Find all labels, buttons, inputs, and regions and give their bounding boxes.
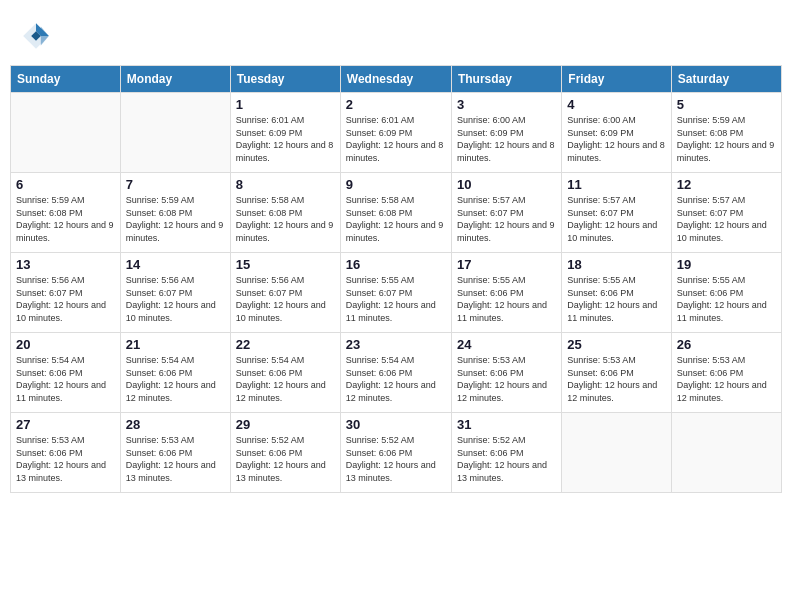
day-info: Sunrise: 5:52 AM Sunset: 6:06 PM Dayligh…: [457, 434, 556, 484]
day-info: Sunrise: 5:52 AM Sunset: 6:06 PM Dayligh…: [346, 434, 446, 484]
day-info: Sunrise: 6:00 AM Sunset: 6:09 PM Dayligh…: [457, 114, 556, 164]
day-number: 27: [16, 417, 115, 432]
day-info: Sunrise: 5:57 AM Sunset: 6:07 PM Dayligh…: [457, 194, 556, 244]
day-number: 20: [16, 337, 115, 352]
week-row-5: 27Sunrise: 5:53 AM Sunset: 6:06 PM Dayli…: [11, 413, 782, 493]
day-number: 15: [236, 257, 335, 272]
day-number: 11: [567, 177, 665, 192]
day-info: Sunrise: 5:56 AM Sunset: 6:07 PM Dayligh…: [16, 274, 115, 324]
calendar-table: SundayMondayTuesdayWednesdayThursdayFrid…: [10, 65, 782, 493]
day-info: Sunrise: 5:56 AM Sunset: 6:07 PM Dayligh…: [126, 274, 225, 324]
day-info: Sunrise: 5:53 AM Sunset: 6:06 PM Dayligh…: [126, 434, 225, 484]
day-number: 2: [346, 97, 446, 112]
calendar-cell: 13Sunrise: 5:56 AM Sunset: 6:07 PM Dayli…: [11, 253, 121, 333]
calendar-cell: 16Sunrise: 5:55 AM Sunset: 6:07 PM Dayli…: [340, 253, 451, 333]
calendar-cell: 21Sunrise: 5:54 AM Sunset: 6:06 PM Dayli…: [120, 333, 230, 413]
calendar-cell: 4Sunrise: 6:00 AM Sunset: 6:09 PM Daylig…: [562, 93, 671, 173]
day-info: Sunrise: 5:53 AM Sunset: 6:06 PM Dayligh…: [16, 434, 115, 484]
calendar-cell: 28Sunrise: 5:53 AM Sunset: 6:06 PM Dayli…: [120, 413, 230, 493]
day-number: 30: [346, 417, 446, 432]
calendar-cell: 29Sunrise: 5:52 AM Sunset: 6:06 PM Dayli…: [230, 413, 340, 493]
column-header-wednesday: Wednesday: [340, 66, 451, 93]
calendar-cell: 6Sunrise: 5:59 AM Sunset: 6:08 PM Daylig…: [11, 173, 121, 253]
calendar-header: SundayMondayTuesdayWednesdayThursdayFrid…: [11, 66, 782, 93]
day-number: 22: [236, 337, 335, 352]
day-number: 17: [457, 257, 556, 272]
calendar-cell: 10Sunrise: 5:57 AM Sunset: 6:07 PM Dayli…: [451, 173, 561, 253]
day-info: Sunrise: 5:57 AM Sunset: 6:07 PM Dayligh…: [567, 194, 665, 244]
calendar-cell: 31Sunrise: 5:52 AM Sunset: 6:06 PM Dayli…: [451, 413, 561, 493]
day-info: Sunrise: 5:54 AM Sunset: 6:06 PM Dayligh…: [16, 354, 115, 404]
day-number: 10: [457, 177, 556, 192]
day-info: Sunrise: 5:53 AM Sunset: 6:06 PM Dayligh…: [677, 354, 776, 404]
day-number: 28: [126, 417, 225, 432]
week-row-1: 1Sunrise: 6:01 AM Sunset: 6:09 PM Daylig…: [11, 93, 782, 173]
column-header-thursday: Thursday: [451, 66, 561, 93]
day-info: Sunrise: 5:54 AM Sunset: 6:06 PM Dayligh…: [346, 354, 446, 404]
day-info: Sunrise: 5:58 AM Sunset: 6:08 PM Dayligh…: [236, 194, 335, 244]
day-info: Sunrise: 5:57 AM Sunset: 6:07 PM Dayligh…: [677, 194, 776, 244]
day-number: 25: [567, 337, 665, 352]
calendar-cell: 2Sunrise: 6:01 AM Sunset: 6:09 PM Daylig…: [340, 93, 451, 173]
day-number: 29: [236, 417, 335, 432]
day-info: Sunrise: 5:54 AM Sunset: 6:06 PM Dayligh…: [126, 354, 225, 404]
calendar-cell: 20Sunrise: 5:54 AM Sunset: 6:06 PM Dayli…: [11, 333, 121, 413]
day-number: 12: [677, 177, 776, 192]
day-info: Sunrise: 5:53 AM Sunset: 6:06 PM Dayligh…: [457, 354, 556, 404]
day-info: Sunrise: 5:55 AM Sunset: 6:06 PM Dayligh…: [457, 274, 556, 324]
day-number: 4: [567, 97, 665, 112]
calendar-cell: 19Sunrise: 5:55 AM Sunset: 6:06 PM Dayli…: [671, 253, 781, 333]
calendar-body: 1Sunrise: 6:01 AM Sunset: 6:09 PM Daylig…: [11, 93, 782, 493]
logo: [20, 20, 56, 52]
calendar-cell: [120, 93, 230, 173]
day-number: 5: [677, 97, 776, 112]
day-info: Sunrise: 5:55 AM Sunset: 6:06 PM Dayligh…: [567, 274, 665, 324]
logo-icon: [20, 20, 52, 52]
column-header-friday: Friday: [562, 66, 671, 93]
day-number: 3: [457, 97, 556, 112]
calendar-cell: 9Sunrise: 5:58 AM Sunset: 6:08 PM Daylig…: [340, 173, 451, 253]
day-info: Sunrise: 5:56 AM Sunset: 6:07 PM Dayligh…: [236, 274, 335, 324]
column-header-saturday: Saturday: [671, 66, 781, 93]
day-info: Sunrise: 5:59 AM Sunset: 6:08 PM Dayligh…: [677, 114, 776, 164]
day-number: 19: [677, 257, 776, 272]
calendar-cell: 15Sunrise: 5:56 AM Sunset: 6:07 PM Dayli…: [230, 253, 340, 333]
day-info: Sunrise: 5:58 AM Sunset: 6:08 PM Dayligh…: [346, 194, 446, 244]
calendar-cell: 3Sunrise: 6:00 AM Sunset: 6:09 PM Daylig…: [451, 93, 561, 173]
calendar-cell: 23Sunrise: 5:54 AM Sunset: 6:06 PM Dayli…: [340, 333, 451, 413]
day-info: Sunrise: 5:52 AM Sunset: 6:06 PM Dayligh…: [236, 434, 335, 484]
day-number: 21: [126, 337, 225, 352]
calendar-cell: 18Sunrise: 5:55 AM Sunset: 6:06 PM Dayli…: [562, 253, 671, 333]
calendar-cell: 24Sunrise: 5:53 AM Sunset: 6:06 PM Dayli…: [451, 333, 561, 413]
page-header: [10, 10, 782, 57]
calendar-cell: 7Sunrise: 5:59 AM Sunset: 6:08 PM Daylig…: [120, 173, 230, 253]
day-info: Sunrise: 5:59 AM Sunset: 6:08 PM Dayligh…: [16, 194, 115, 244]
calendar-cell: 5Sunrise: 5:59 AM Sunset: 6:08 PM Daylig…: [671, 93, 781, 173]
day-info: Sunrise: 6:00 AM Sunset: 6:09 PM Dayligh…: [567, 114, 665, 164]
day-number: 26: [677, 337, 776, 352]
day-number: 31: [457, 417, 556, 432]
day-number: 16: [346, 257, 446, 272]
header-row: SundayMondayTuesdayWednesdayThursdayFrid…: [11, 66, 782, 93]
day-number: 7: [126, 177, 225, 192]
day-info: Sunrise: 5:55 AM Sunset: 6:07 PM Dayligh…: [346, 274, 446, 324]
day-info: Sunrise: 6:01 AM Sunset: 6:09 PM Dayligh…: [236, 114, 335, 164]
day-info: Sunrise: 5:53 AM Sunset: 6:06 PM Dayligh…: [567, 354, 665, 404]
day-number: 14: [126, 257, 225, 272]
calendar-cell: 27Sunrise: 5:53 AM Sunset: 6:06 PM Dayli…: [11, 413, 121, 493]
week-row-3: 13Sunrise: 5:56 AM Sunset: 6:07 PM Dayli…: [11, 253, 782, 333]
calendar-cell: [671, 413, 781, 493]
calendar-cell: 1Sunrise: 6:01 AM Sunset: 6:09 PM Daylig…: [230, 93, 340, 173]
day-number: 6: [16, 177, 115, 192]
day-number: 8: [236, 177, 335, 192]
calendar-cell: 17Sunrise: 5:55 AM Sunset: 6:06 PM Dayli…: [451, 253, 561, 333]
day-info: Sunrise: 5:55 AM Sunset: 6:06 PM Dayligh…: [677, 274, 776, 324]
calendar-cell: [11, 93, 121, 173]
week-row-2: 6Sunrise: 5:59 AM Sunset: 6:08 PM Daylig…: [11, 173, 782, 253]
week-row-4: 20Sunrise: 5:54 AM Sunset: 6:06 PM Dayli…: [11, 333, 782, 413]
day-number: 18: [567, 257, 665, 272]
calendar-cell: 8Sunrise: 5:58 AM Sunset: 6:08 PM Daylig…: [230, 173, 340, 253]
calendar-cell: 30Sunrise: 5:52 AM Sunset: 6:06 PM Dayli…: [340, 413, 451, 493]
calendar-cell: 11Sunrise: 5:57 AM Sunset: 6:07 PM Dayli…: [562, 173, 671, 253]
day-info: Sunrise: 5:54 AM Sunset: 6:06 PM Dayligh…: [236, 354, 335, 404]
